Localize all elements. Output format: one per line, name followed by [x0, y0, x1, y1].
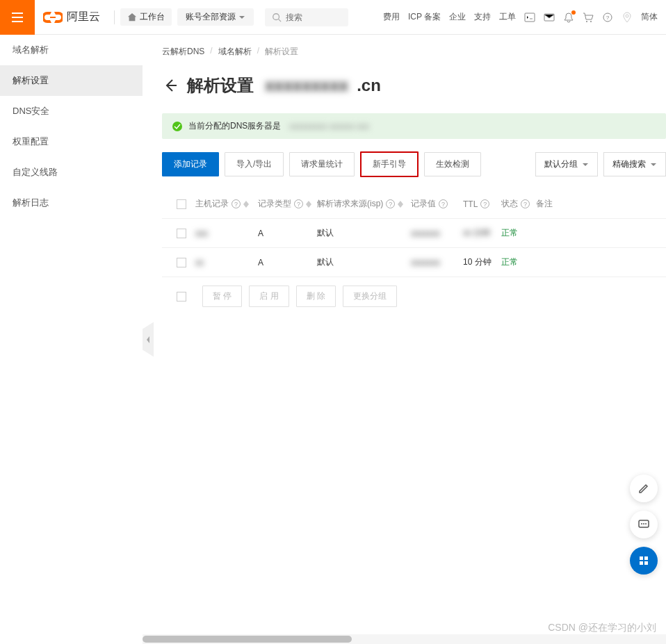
page-title-suffix: .cn	[357, 76, 381, 95]
help-icon[interactable]: ?	[480, 199, 489, 208]
header-links: 费用 ICP 备案 企业 支持 工单 ? 简体	[383, 11, 666, 23]
search-mode-selector[interactable]: 精确搜索	[603, 152, 666, 176]
page-title-domain-blurred: xxxxxxxxx	[265, 76, 348, 95]
search-input[interactable]	[286, 13, 341, 22]
logo[interactable]: 阿里云	[35, 10, 108, 24]
sidebar-item-domain-resolve[interactable]: 域名解析	[0, 35, 143, 65]
link-icp[interactable]: ICP 备案	[408, 11, 441, 23]
edit-float-button[interactable]	[630, 474, 658, 502]
request-stats-button[interactable]: 请求量统计	[289, 152, 355, 176]
hamburger-icon	[9, 9, 26, 26]
sidebar-item-resolve-settings[interactable]: 解析设置	[0, 65, 143, 96]
cart-icon[interactable]	[583, 12, 594, 23]
svg-point-8	[172, 122, 182, 131]
top-header: 阿里云 工作台 账号全部资源 费用 ICP 备案 企业 支持 工单 ? 简体	[0, 0, 666, 35]
cell-host: xxx	[195, 229, 208, 238]
float-buttons	[630, 474, 658, 575]
add-record-button[interactable]: 添加记录	[162, 152, 219, 176]
apps-float-button[interactable]	[630, 547, 658, 575]
chevron-down-icon	[650, 161, 657, 168]
link-fee[interactable]: 费用	[383, 11, 400, 23]
select-all-checkbox[interactable]	[177, 199, 186, 209]
svg-point-4	[590, 21, 592, 22]
newbie-guide-button[interactable]: 新手引导	[360, 151, 419, 177]
help-icon[interactable]: ?	[386, 199, 395, 208]
grid-icon	[637, 554, 650, 567]
th-note: 备注	[536, 198, 571, 210]
breadcrumb-current: 解析设置	[265, 46, 298, 58]
help-icon[interactable]: ?	[521, 199, 530, 208]
sort-icon[interactable]	[306, 201, 311, 208]
page-title: 解析设置	[187, 74, 254, 97]
th-isp[interactable]: 解析请求来源(isp) ?	[317, 198, 411, 210]
location-icon[interactable]	[622, 12, 633, 23]
svg-text:?: ?	[606, 15, 610, 21]
bulk-change-group-button[interactable]: 更换分组	[343, 286, 397, 307]
breadcrumb-item[interactable]: 域名解析	[218, 46, 252, 58]
cell-status: 正常	[501, 256, 536, 268]
search-box[interactable]	[265, 8, 348, 26]
validity-check-button[interactable]: 生效检测	[424, 152, 481, 176]
workspace-button[interactable]: 工作台	[120, 8, 172, 26]
logo-text: 阿里云	[67, 10, 100, 24]
table-row: xxx A 默认 xxxxxxx xx 分钟 正常	[162, 219, 666, 248]
language-selector[interactable]: 简体	[641, 11, 658, 23]
sidebar-item-custom-line[interactable]: 自定义线路	[0, 157, 143, 188]
cell-status: 正常	[501, 227, 536, 239]
resource-label: 账号全部资源	[186, 11, 236, 23]
cloudshell-icon[interactable]	[524, 12, 535, 23]
svg-point-10	[641, 523, 642, 525]
message-icon[interactable]	[544, 12, 555, 23]
th-type[interactable]: 记录类型 ?	[258, 198, 317, 210]
sidebar-collapse-handle[interactable]	[143, 322, 154, 357]
breadcrumb: 云解析DNS / 域名解析 / 解析设置	[162, 46, 666, 58]
chevron-down-icon	[582, 161, 589, 168]
bulk-pause-button[interactable]: 暂 停	[202, 286, 242, 307]
svg-rect-15	[640, 561, 643, 565]
link-support[interactable]: 支持	[474, 11, 491, 23]
bulk-checkbox[interactable]	[177, 292, 186, 302]
help-icon[interactable]: ?	[294, 199, 303, 208]
pencil-icon	[637, 482, 650, 495]
sidebar-item-weight-config[interactable]: 权重配置	[0, 126, 143, 157]
bulk-actions-row: 暂 停 启 用 删 除 更换分组	[162, 277, 666, 315]
row-checkbox[interactable]	[177, 258, 186, 267]
sidebar-item-resolve-log[interactable]: 解析日志	[0, 188, 143, 218]
group-selector[interactable]: 默认分组	[535, 152, 598, 176]
link-ticket[interactable]: 工单	[499, 11, 516, 23]
breadcrumb-sep: /	[257, 46, 259, 58]
cell-isp: 默认	[317, 227, 411, 239]
breadcrumb-item[interactable]: 云解析DNS	[162, 46, 204, 58]
th-value: 记录值 ?	[411, 198, 463, 210]
notification-icon[interactable]	[563, 12, 574, 23]
alert-text: 当前分配的DNS服务器是	[188, 120, 281, 132]
home-icon	[127, 13, 137, 22]
horizontal-scrollbar[interactable]	[143, 634, 666, 644]
sidebar-item-dns-security[interactable]: DNS安全	[0, 96, 143, 126]
sort-icon[interactable]	[243, 201, 249, 208]
back-arrow-icon[interactable]	[162, 77, 179, 94]
th-host[interactable]: 主机记录 ?	[195, 198, 258, 210]
check-circle-icon	[172, 121, 183, 132]
dns-server-alert: 当前分配的DNS服务器是 xxxxxxxxx xxxxxx xxx	[162, 113, 666, 139]
resource-selector[interactable]: 账号全部资源	[177, 8, 254, 26]
divider	[114, 10, 115, 24]
help-icon[interactable]: ?	[232, 199, 241, 208]
hamburger-menu-button[interactable]	[0, 0, 35, 35]
help-icon[interactable]: ?	[602, 12, 613, 23]
page-title-row: 解析设置 xxxxxxxxx .cn	[162, 74, 666, 97]
cell-ttl: 10 分钟	[463, 256, 501, 268]
bulk-enable-button[interactable]: 启 用	[249, 286, 289, 307]
table-header: 主机记录 ? 记录类型 ? 解析请求来源(isp) ? 记录值 ? TTL ?	[162, 190, 666, 219]
scrollbar-thumb[interactable]	[143, 636, 352, 643]
row-checkbox[interactable]	[177, 229, 186, 238]
sort-icon[interactable]	[398, 201, 403, 208]
svg-rect-1	[525, 13, 535, 22]
help-icon[interactable]: ?	[439, 199, 448, 208]
feedback-float-button[interactable]	[630, 511, 658, 538]
svg-point-3	[586, 21, 587, 22]
import-export-button[interactable]: 导入/导出	[225, 152, 284, 176]
notification-dot	[571, 10, 576, 15]
bulk-delete-button[interactable]: 删 除	[296, 286, 336, 307]
link-enterprise[interactable]: 企业	[449, 11, 466, 23]
